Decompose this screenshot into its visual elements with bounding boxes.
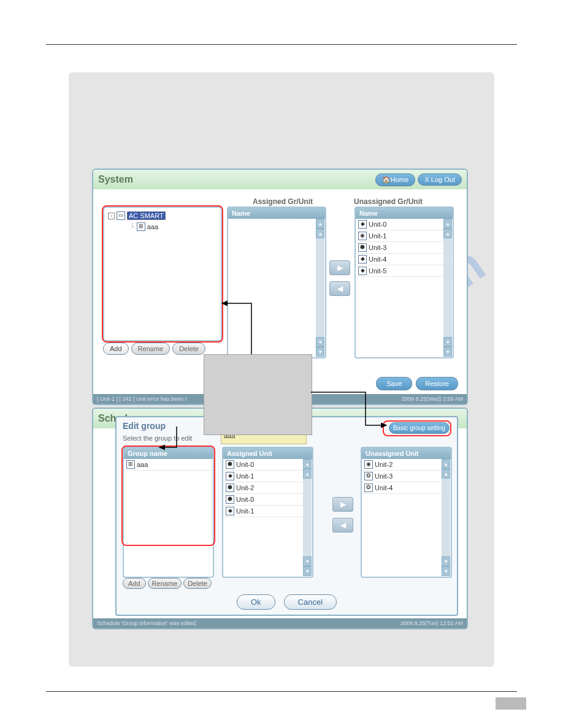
move-right-button[interactable]: ▶ bbox=[329, 260, 350, 275]
unit-icon: ❂ bbox=[364, 483, 373, 492]
groupname-header: Group name bbox=[124, 448, 213, 459]
unassigned-label: Unassigned Gr/Unit bbox=[354, 197, 423, 206]
unit-icon: ⬢ bbox=[358, 243, 367, 252]
list-item[interactable]: ⬢Unit-2 bbox=[223, 482, 312, 494]
assigned-panel: Name ▴▴▾▾ bbox=[227, 207, 326, 358]
groupname-panel: Group name ⊞aaa bbox=[123, 447, 214, 578]
edit-group-dialog: Edit group Select the group to edit Grou… bbox=[115, 416, 458, 616]
rename-button[interactable]: Rename bbox=[148, 578, 182, 589]
list-item[interactable]: ◆Unit-5 bbox=[356, 265, 453, 277]
add-button[interactable]: Add bbox=[123, 578, 146, 589]
unit-icon: ◉ bbox=[358, 232, 367, 240]
unassigned-unit-panel: Unassigned Unit ◉Unit-2 ❂Unit-3 ❂Unit-4 … bbox=[361, 447, 452, 578]
unassigned-unit-scrollbar[interactable]: ▴▴▾▾ bbox=[442, 459, 450, 576]
save-button[interactable]: Save bbox=[376, 377, 412, 390]
device-icon: ▭ bbox=[117, 211, 125, 220]
unit-icon: ⬢ bbox=[226, 483, 234, 492]
restore-button[interactable]: Restore bbox=[416, 377, 458, 390]
ok-button[interactable]: Ok bbox=[237, 594, 275, 610]
tree-panel: - ▭ AC SMART └ ⊞ aaa bbox=[103, 207, 222, 341]
unit-icon: ⬢ bbox=[226, 460, 234, 469]
tree-root[interactable]: - ▭ AC SMART bbox=[107, 210, 218, 221]
assigned-label: Assigned Gr/Unit bbox=[253, 197, 313, 206]
header-rule bbox=[46, 44, 517, 45]
unit-icon: ◆ bbox=[358, 255, 367, 264]
list-item[interactable]: ⬢Unit-3 bbox=[356, 242, 453, 254]
delete-button[interactable]: Delete bbox=[183, 578, 212, 589]
unit-icon: ⬢ bbox=[226, 495, 234, 504]
list-item[interactable]: ⬢Unit-0 bbox=[223, 494, 312, 506]
cancel-button[interactable]: Cancel bbox=[284, 594, 337, 610]
unassigned-unit-header: Unassigned Unit bbox=[362, 448, 451, 459]
group-icon: ⊞ bbox=[126, 460, 135, 469]
schedule-window: Sched Edit group Select the group to edi… bbox=[92, 408, 468, 629]
system-title: System bbox=[98, 174, 133, 185]
unit-icon: ◆ bbox=[226, 507, 234, 515]
footer-rule bbox=[46, 691, 517, 692]
group-icon: ⊞ bbox=[137, 222, 145, 231]
assigned-unit-scrollbar[interactable]: ▴▴▾▾ bbox=[303, 459, 312, 576]
move-left-button[interactable]: ◀ bbox=[329, 281, 350, 296]
unit-icon: ◆ bbox=[358, 220, 367, 229]
list-item[interactable]: ◆Unit-1 bbox=[223, 506, 312, 517]
transfer-buttons-2: ▶ ◀ bbox=[332, 497, 353, 533]
list-item[interactable]: ❂Unit-3 bbox=[362, 471, 451, 482]
assigned-header: Name bbox=[228, 208, 325, 219]
schedule-statusbar: Schedule 'Group information' was edited.… bbox=[93, 618, 467, 628]
assigned-unit-header: Assigned Unit bbox=[223, 448, 312, 459]
list-item[interactable]: ◆Unit-0 bbox=[356, 219, 453, 230]
unassigned-header: Name bbox=[356, 208, 453, 219]
unit-icon: ◆ bbox=[226, 472, 234, 480]
list-item[interactable]: ◆Unit-1 bbox=[223, 471, 312, 482]
group-buttons: Add Rename Delete bbox=[123, 578, 212, 589]
dialog-buttons: Ok Cancel bbox=[117, 594, 457, 610]
callout-box bbox=[204, 354, 312, 435]
assigned-scrollbar[interactable]: ▴▴▾▾ bbox=[316, 219, 324, 357]
list-item[interactable]: ◉Unit-2 bbox=[362, 459, 451, 471]
move-left-button[interactable]: ◀ bbox=[332, 518, 353, 533]
system-titlebar: System 🏠 Home X Log Out bbox=[93, 170, 467, 189]
home-button[interactable]: 🏠 Home bbox=[375, 173, 415, 186]
unit-icon: ◉ bbox=[364, 460, 373, 469]
unassigned-panel: Name ◆Unit-0 ◉Unit-1 ⬢Unit-3 ◆Unit-4 ◆Un… bbox=[354, 207, 454, 358]
list-item[interactable]: ❂Unit-4 bbox=[362, 482, 451, 494]
tree-child[interactable]: └ ⊞ aaa bbox=[129, 221, 221, 232]
list-item[interactable]: ⬢Unit-0 bbox=[223, 459, 312, 471]
unit-icon: ◆ bbox=[358, 267, 367, 275]
list-item[interactable]: ⊞aaa bbox=[124, 459, 213, 471]
list-item[interactable]: ◆Unit-4 bbox=[356, 254, 453, 265]
basic-group-button[interactable]: Basic group setting bbox=[389, 422, 450, 434]
add-button[interactable]: Add bbox=[103, 343, 129, 355]
logout-button[interactable]: X Log Out bbox=[418, 173, 462, 186]
rename-button[interactable]: Rename bbox=[131, 343, 170, 355]
move-right-button[interactable]: ▶ bbox=[332, 497, 353, 512]
page-tab bbox=[496, 697, 526, 710]
list-item[interactable]: ◉Unit-1 bbox=[356, 230, 453, 242]
unassigned-scrollbar[interactable]: ▴▴▾▾ bbox=[443, 219, 452, 357]
delete-button[interactable]: Delete bbox=[172, 343, 205, 355]
unit-icon: ❂ bbox=[364, 472, 373, 480]
assigned-unit-panel: Assigned Unit ⬢Unit-0 ◆Unit-1 ⬢Unit-2 ⬢U… bbox=[222, 447, 313, 578]
tree-buttons: Add Rename Delete bbox=[103, 343, 205, 355]
save-restore: Save Restore bbox=[376, 377, 458, 390]
transfer-buttons: ▶ ◀ bbox=[329, 260, 350, 296]
